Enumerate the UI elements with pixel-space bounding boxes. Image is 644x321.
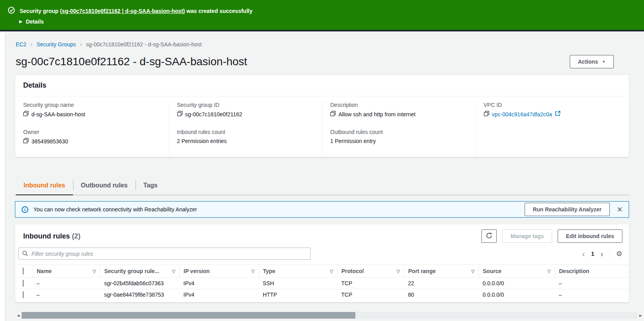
details-column-1: Security group name d-sg-SAA-basion-host… (15, 102, 169, 156)
cell-protocol: TCP (337, 278, 404, 289)
external-link-icon (555, 111, 560, 117)
table-row[interactable]: – sgr-02b45fdab56c07363 IPv4 SSH TCP 22 … (15, 278, 629, 289)
expand-arrow-icon: ▶ (19, 20, 22, 24)
next-page-icon[interactable]: › (600, 250, 603, 258)
cell-rule-id: sgr-02b45fdab56c07363 (100, 278, 179, 289)
copy-icon[interactable] (23, 138, 29, 145)
tab-inbound-rules[interactable]: Inbound rules (16, 176, 73, 195)
cell-protocol: TCP (337, 289, 404, 301)
security-group-link[interactable]: sg-00c7c1810e0f21162 | d-sg-SAA-basion-h… (62, 8, 183, 14)
field-owner: Owner 385499853630 (23, 129, 161, 145)
scrollbar-track[interactable] (22, 312, 637, 319)
filter-row: ‹ 1 › ⚙ (15, 247, 629, 264)
column-filter-icon[interactable]: ▽ (172, 269, 175, 274)
breadcrumb-ec2[interactable]: EC2 (16, 41, 26, 48)
copy-icon[interactable] (484, 111, 489, 117)
column-header-port-range: Port range (408, 268, 436, 274)
collapsed-side-panel[interactable] (0, 31, 5, 321)
field-label: Security group name (23, 102, 161, 108)
page-number[interactable]: 1 (591, 251, 594, 257)
field-label: Inbound rules count (177, 129, 315, 135)
column-filter-icon[interactable]: ▽ (547, 269, 551, 274)
flash-details-label: Details (26, 18, 44, 25)
column-filter-icon[interactable]: ▽ (93, 269, 96, 274)
cell-port-range: 80 (404, 289, 479, 301)
manage-tags-button[interactable]: Manage tags (502, 229, 552, 243)
edit-inbound-rules-button[interactable]: Edit inbound rules (558, 229, 622, 243)
field-value-text: Allow ssh and http from internet (338, 111, 415, 117)
field-value-text: 1 Permission entry (330, 138, 376, 144)
page-title: sg-00c7c1810e0f21162 - d-sg-SAA-basion-h… (16, 55, 247, 68)
inbound-rules-header: Inbound rules (2) Manage tags Edit inbou… (15, 224, 629, 247)
info-banner-text: You can now check network connectivity w… (33, 206, 197, 213)
cell-source: 0.0.0.0/0 (479, 289, 555, 301)
field-label: Security group ID (177, 102, 315, 108)
details-column-3: Description Allow ssh and http from inte… (322, 102, 476, 156)
field-label: Outbound rules count (330, 129, 468, 135)
column-filter-icon[interactable]: ▽ (397, 269, 400, 274)
info-icon: i (22, 206, 28, 213)
copy-icon[interactable] (23, 111, 29, 117)
field-description: Description Allow ssh and http from inte… (330, 102, 468, 117)
flash-details-toggle[interactable]: ▶ Details (0, 15, 644, 25)
cell-rule-id: sgr-0ae84479f8e738753 (100, 289, 179, 301)
horizontal-scrollbar: ◀ ▶ (15, 312, 644, 319)
details-fields: Security group name d-sg-SAA-basion-host… (15, 96, 629, 156)
tab-label: Tags (143, 182, 157, 189)
field-label: Owner (23, 129, 161, 135)
copy-icon[interactable] (177, 111, 183, 117)
flash-message-prefix: Security group ( (20, 8, 62, 14)
pagination-divider (609, 249, 610, 259)
flash-message: Security group (sg-00c7c1810e0f21162 | d… (20, 8, 252, 14)
details-column-4: VPC ID vpc-004c916a47dfa2c0a (476, 102, 629, 156)
details-card: Details Security group name d-sg-SAA-bas… (15, 75, 629, 157)
select-all-checkbox[interactable] (23, 268, 24, 275)
cell-name: – (33, 289, 100, 301)
field-label: Description (330, 102, 468, 108)
cell-source: 0.0.0.0/0 (479, 278, 555, 289)
column-header-rule-id: Security group rule... (104, 268, 159, 274)
close-icon[interactable]: × (617, 205, 622, 214)
row-checkbox[interactable] (23, 280, 24, 287)
flash-message-suffix: ) was created successfully (183, 8, 252, 14)
tab-outbound-rules[interactable]: Outbound rules (73, 176, 135, 195)
previous-page-icon[interactable]: ‹ (582, 250, 585, 258)
inbound-rules-title: Inbound rules (2) (23, 232, 80, 240)
cell-port-range: 22 (404, 278, 479, 289)
scroll-right-icon[interactable]: ▶ (637, 312, 644, 319)
column-header-type: Type (263, 268, 276, 274)
vpc-id-link[interactable]: vpc-004c916a47dfa2c0a (492, 111, 552, 117)
cell-ip-version: IPv4 (179, 278, 259, 289)
refresh-button[interactable] (481, 229, 497, 243)
scrollbar-thumb[interactable] (22, 312, 355, 319)
run-reachability-analyzer-button[interactable]: Run Reachability Analyzer (525, 203, 610, 216)
cell-type: HTTP (259, 289, 337, 301)
run-reachability-analyzer-label: Run Reachability Analyzer (533, 206, 602, 213)
column-header-ip-version: IP version (184, 268, 210, 274)
details-card-header: Details (15, 75, 629, 96)
column-filter-icon[interactable]: ▽ (471, 269, 474, 274)
inbound-rules-count-badge: (2) (72, 232, 80, 240)
table-row[interactable]: – sgr-0ae84479f8e738753 IPv4 HTTP TCP 80… (15, 289, 629, 301)
copy-icon[interactable] (330, 111, 336, 117)
row-checkbox[interactable] (23, 291, 24, 298)
column-filter-icon[interactable]: ▽ (251, 269, 254, 274)
column-header-name: Name (37, 268, 52, 274)
field-security-group-name: Security group name d-sg-SAA-basion-host (23, 102, 161, 117)
column-filter-icon[interactable]: ▽ (330, 269, 333, 274)
column-header-description: Description (559, 268, 589, 274)
page-header: sg-00c7c1810e0f21162 - d-sg-SAA-basion-h… (16, 55, 614, 68)
breadcrumb-security-groups[interactable]: Security Groups (37, 41, 76, 48)
actions-button[interactable]: Actions ▼ (570, 55, 614, 68)
inbound-rules-table: Name▽ Security group rule...▽ IP version… (15, 264, 629, 300)
cell-description: – (555, 278, 629, 289)
filter-security-group-rules-input[interactable] (18, 248, 311, 260)
chevron-right-icon: › (30, 41, 33, 48)
field-value-text: 385499853630 (31, 138, 68, 145)
cell-name: – (33, 278, 100, 289)
tab-tags[interactable]: Tags (135, 176, 165, 195)
gear-icon[interactable]: ⚙ (616, 249, 622, 258)
field-value-text: 2 Permission entries (177, 138, 227, 144)
details-card-title: Details (23, 81, 46, 90)
scroll-left-icon[interactable]: ◀ (15, 312, 22, 319)
